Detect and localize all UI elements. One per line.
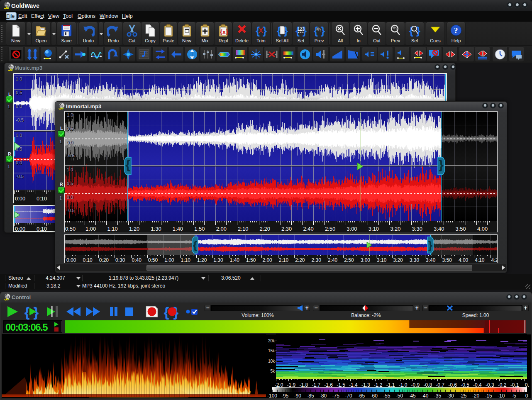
svg-text:123: 123 [298, 27, 305, 32]
svg-text:?: ? [454, 26, 458, 35]
svg-text:}: } [263, 24, 267, 37]
svg-text:{: { [314, 24, 318, 37]
svg-text:{x}: {x} [220, 28, 228, 35]
svg-text:}: } [416, 24, 420, 37]
svg-text:{: { [256, 24, 260, 37]
svg-text:}: } [321, 24, 325, 37]
svg-text:{: { [24, 305, 29, 320]
